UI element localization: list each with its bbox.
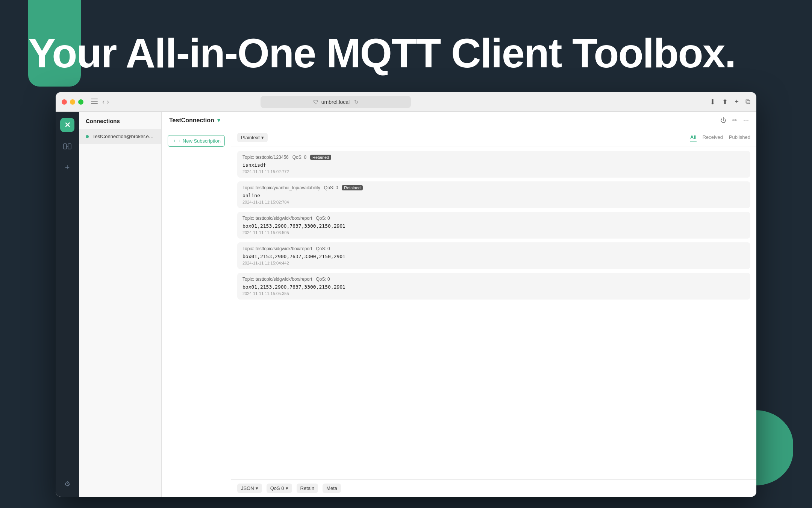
- share-icon[interactable]: ⬆: [722, 98, 728, 106]
- traffic-light-close[interactable]: [62, 99, 67, 105]
- retain-label: Retain: [300, 485, 315, 491]
- main-content: TestConnection ▾ ⏻ ✏ ··· + + New Subscri…: [162, 112, 756, 497]
- browser-address-bar[interactable]: 🛡 umbrel.local ↻: [261, 96, 411, 108]
- svg-rect-4: [68, 144, 71, 149]
- message-qos: QoS: 0: [324, 185, 338, 190]
- sidebar-item-add[interactable]: +: [61, 161, 74, 174]
- retained-badge: Retained: [342, 185, 363, 190]
- tab-all[interactable]: All: [690, 134, 697, 141]
- app-sidebar: ✕ + ⚙: [56, 112, 79, 497]
- forward-icon[interactable]: ›: [107, 98, 109, 106]
- shield-icon: 🛡: [313, 99, 318, 105]
- message-topic: Topic: testtopic/sidgwick/box/report: [242, 216, 312, 221]
- retained-badge: Retained: [310, 155, 331, 160]
- message-topic: Topic: testtopic/sidgwick/box/report: [242, 246, 312, 251]
- connection-status-dot: [86, 135, 89, 138]
- tab-published[interactable]: Published: [729, 134, 750, 141]
- message-qos: QoS: 0: [292, 155, 306, 160]
- sidebar-item-settings[interactable]: ⚙: [61, 477, 74, 491]
- connections-panel: Connections TestConnection@broker.em...: [79, 112, 162, 497]
- message-timestamp: 2024-11-11 11:15:04:442: [242, 261, 745, 265]
- filter-tabs: All Received Published: [690, 134, 750, 141]
- message-card[interactable]: Topic: testtopic/123456 QoS: 0Retainedis…: [237, 151, 750, 178]
- hero-text-content: Your All-in-One MQTT Client Toolbox.: [28, 30, 735, 76]
- more-icon[interactable]: ···: [743, 116, 749, 124]
- reload-icon[interactable]: ↻: [354, 99, 359, 105]
- bottom-bar: JSON ▾ QoS 0 ▾ Retain Meta: [231, 479, 756, 497]
- connections-header: Connections: [79, 112, 161, 129]
- subscription-sidebar: + + New Subscription: [162, 129, 231, 497]
- meta-selector[interactable]: Meta: [323, 484, 341, 493]
- message-card[interactable]: Topic: testtopic/sidgwick/box/report QoS…: [237, 212, 750, 239]
- json-chevron-icon: ▾: [256, 485, 258, 491]
- message-timestamp: 2024-11-11 11:15:03:505: [242, 230, 745, 235]
- power-icon[interactable]: ⏻: [720, 117, 726, 124]
- qos-selector[interactable]: QoS 0 ▾: [267, 484, 292, 493]
- json-format-selector[interactable]: JSON ▾: [237, 484, 262, 493]
- message-timestamp: 2024-11-11 11:15:05:355: [242, 291, 745, 296]
- back-icon[interactable]: ‹: [102, 98, 105, 106]
- tabs-icon[interactable]: ⧉: [745, 98, 750, 106]
- messages-main: Plaintext ▾ All Received Published Topic…: [231, 129, 756, 497]
- browser-titlebar: ‹ › 🛡 umbrel.local ↻ ⬇ ⬆ + ⧉: [56, 92, 756, 112]
- format-label: Plaintext: [241, 135, 260, 140]
- browser-toolbar-icons: ⬇ ⬆ + ⧉: [710, 98, 750, 106]
- new-subscription-button[interactable]: + + New Subscription: [168, 135, 225, 147]
- message-qos: QoS: 0: [316, 246, 330, 251]
- svg-rect-1: [91, 101, 98, 102]
- message-payload: box01,2153,2900,7637,3300,2150,2901: [242, 223, 745, 229]
- sidebar-toggle-icon[interactable]: [91, 99, 98, 105]
- traffic-light-fullscreen[interactable]: [78, 99, 83, 105]
- connection-topbar: TestConnection ▾ ⏻ ✏ ···: [162, 112, 756, 129]
- message-payload: online: [242, 193, 745, 198]
- connection-item[interactable]: TestConnection@broker.em...: [79, 129, 161, 144]
- new-subscription-label: + New Subscription: [179, 138, 221, 144]
- svg-rect-0: [91, 99, 98, 99]
- message-topic: Topic: testtopic/yuanhui_top/availabilit…: [242, 185, 320, 190]
- format-chevron-icon: ▾: [261, 135, 264, 140]
- qos-chevron-icon: ▾: [286, 485, 288, 491]
- message-qos: QoS: 0: [316, 216, 330, 221]
- filter-bar: Plaintext ▾ All Received Published: [231, 129, 756, 146]
- edit-icon[interactable]: ✏: [732, 117, 737, 124]
- connection-chevron-icon[interactable]: ▾: [217, 117, 220, 124]
- traffic-lights: [62, 99, 83, 105]
- svg-rect-3: [64, 144, 67, 149]
- message-card[interactable]: Topic: testtopic/sidgwick/box/report QoS…: [237, 242, 750, 269]
- svg-rect-2: [91, 103, 98, 104]
- hero-heading: Your All-in-One MQTT Client Toolbox.: [28, 30, 784, 76]
- add-tab-icon[interactable]: +: [735, 98, 739, 106]
- messages-area: + + New Subscription Plaintext ▾ All: [162, 129, 756, 497]
- browser-content: ✕ + ⚙ Connections TestConnection@broke: [56, 112, 756, 497]
- new-subscription-plus-icon: +: [173, 138, 176, 144]
- retain-selector[interactable]: Retain: [297, 484, 318, 493]
- message-payload: box01,2153,2900,7637,3300,2150,2901: [242, 254, 745, 259]
- browser-window: ‹ › 🛡 umbrel.local ↻ ⬇ ⬆ + ⧉ ✕: [56, 92, 756, 497]
- json-label: JSON: [241, 485, 254, 491]
- download-icon[interactable]: ⬇: [710, 98, 715, 106]
- connection-title: TestConnection: [169, 117, 214, 124]
- message-card[interactable]: Topic: testtopic/sidgwick/box/report QoS…: [237, 273, 750, 300]
- tab-received[interactable]: Received: [703, 134, 723, 141]
- traffic-light-minimize[interactable]: [70, 99, 75, 105]
- qos-label: QoS 0: [270, 485, 284, 491]
- format-selector[interactable]: Plaintext ▾: [237, 133, 268, 142]
- meta-label: Meta: [326, 485, 337, 491]
- sidebar-item-connections[interactable]: [61, 140, 74, 153]
- message-card[interactable]: Topic: testtopic/yuanhui_top/availabilit…: [237, 181, 750, 208]
- message-qos: QoS: 0: [316, 277, 330, 282]
- browser-nav-buttons: ‹ ›: [102, 98, 109, 106]
- message-topic: Topic: testtopic/123456: [242, 155, 289, 160]
- connection-name: TestConnection@broker.em...: [92, 134, 155, 139]
- message-timestamp: 2024-11-11 11:15:02:772: [242, 169, 745, 174]
- topbar-actions: ⏻ ✏ ···: [720, 116, 749, 124]
- message-list: Topic: testtopic/123456 QoS: 0Retainedis…: [231, 146, 756, 479]
- app-logo-icon: ✕: [60, 118, 74, 132]
- message-payload: box01,2153,2900,7637,3300,2150,2901: [242, 284, 745, 290]
- message-topic: Topic: testtopic/sidgwick/box/report: [242, 277, 312, 282]
- url-text: umbrel.local: [321, 99, 350, 105]
- message-payload: isnxisdf: [242, 162, 745, 168]
- message-timestamp: 2024-11-11 11:15:02:784: [242, 200, 745, 204]
